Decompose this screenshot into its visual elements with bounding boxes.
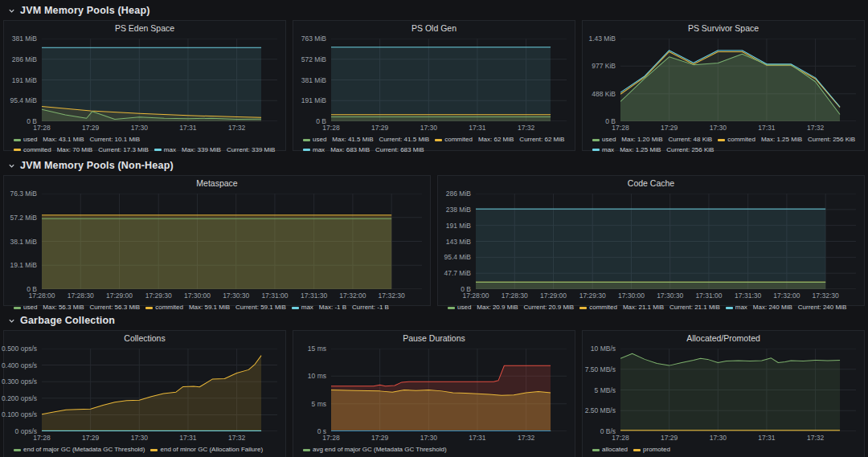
legend-item[interactable]: commitedMax: 62 MiBCurrent: 62 MiB (435, 135, 564, 145)
panel-title[interactable]: PS Eden Space (4, 21, 285, 36)
legend-item[interactable]: usedMax: 20.9 MiBCurrent: 20.9 MiB (448, 303, 574, 313)
legend-swatch-icon (303, 149, 310, 151)
plot-area[interactable]: 17:2817:2917:3017:3117:32 (331, 349, 567, 431)
panel-title[interactable]: PS Survivor Space (583, 21, 864, 36)
legend-item[interactable]: avg end of major GC (Metadata GC Thresho… (303, 445, 447, 455)
panel-title[interactable]: Collections (4, 331, 285, 346)
section-header-jvm-memory-pools-heap[interactable]: JVM Memory Pools (Heap) (3, 0, 865, 20)
plot-area[interactable]: 17:2817:2917:3017:3117:32 (42, 349, 277, 431)
legend-stat: Max: 43.1 MiB (43, 135, 84, 145)
legend-item[interactable]: commitedMax: 1.25 MiBCurrent: 256 KiB (718, 135, 855, 145)
legend-item[interactable]: commitedMax: 21.1 MiBCurrent: 21.1 MiB (579, 303, 720, 313)
legend-stat: Max: 62 MiB (478, 135, 514, 145)
x-axis-label: 17:32:30 (813, 292, 839, 300)
chart-canvas[interactable] (42, 194, 422, 289)
panel-title[interactable]: Code Cache (438, 176, 864, 191)
legend: usedMax: 20.9 MiBCurrent: 20.9 MiBcommit… (438, 302, 864, 316)
legend-swatch-icon (592, 149, 600, 151)
x-axis-label: 17:30 (710, 434, 727, 442)
y-axis-label: 19.1 MiB (10, 261, 37, 269)
x-axis-label: 17:32 (228, 434, 245, 442)
x-axis-label: 17:30:00 (618, 292, 645, 300)
legend-item[interactable]: usedMax: 43.1 MiBCurrent: 10.1 MiB (14, 135, 140, 145)
chart-canvas[interactable] (620, 39, 856, 121)
plot-area[interactable]: 17:2817:2917:3017:3117:32 (620, 349, 856, 431)
legend-item[interactable]: allocated (592, 445, 628, 455)
legend-stat: Max: 1.25 MiB (761, 135, 802, 145)
y-axis: 0 ops/s0.100 ops/s0.200 ops/s0.300 ops/s… (4, 349, 42, 431)
legend-swatch-icon (154, 149, 162, 151)
panel-title[interactable]: PS Old Gen (293, 21, 575, 36)
legend-swatch-icon (150, 449, 158, 451)
legend-item[interactable]: maxMax: -1 BCurrent: -1 B (292, 303, 389, 313)
legend-stat: Current: 41.5 MiB (379, 135, 430, 145)
y-axis-label: 95.4 MiB (10, 96, 37, 104)
legend-item[interactable]: maxMax: 683 MiBCurrent: 683 MiB (303, 145, 424, 156)
y-axis-label: 57.2 MiB (10, 214, 37, 222)
y-axis-label: 5 MB/s (595, 386, 616, 394)
legend-stat: Max: 683 MiB (330, 145, 370, 156)
legend-item[interactable]: end of minor GC (Allocation Failure) (150, 445, 263, 455)
y-axis-label: 763 MiB (301, 35, 326, 43)
panel-title[interactable]: Pause Durations (293, 331, 575, 346)
legend-stat: Current: 17.3 MiB (98, 145, 149, 156)
plot-area[interactable]: 17:2817:2917:3017:3117:32 (42, 39, 277, 121)
legend-item[interactable]: usedMax: 1.20 MiBCurrent: 48 KiB (592, 135, 712, 145)
legend-stat: Max: 240 MiB (753, 303, 792, 313)
x-axis-label: 17:30 (710, 124, 727, 132)
y-axis-label: 38.1 MiB (10, 238, 37, 246)
panel-title[interactable]: Metaspace (4, 176, 430, 191)
chart-area: 0 s5 ms10 ms15 ms17:2817:2917:3017:3117:… (293, 346, 575, 431)
x-axis-label: 17:29 (82, 124, 99, 132)
legend-swatch-icon (592, 139, 600, 141)
legend-label: used (457, 303, 471, 313)
legend-label: allocated (602, 445, 628, 455)
y-axis-label: 10 MB/s (591, 345, 616, 353)
legend-item[interactable]: maxMax: 1.25 MiBCurrent: 256 KiB (592, 145, 714, 156)
legend-item[interactable]: promoted (633, 445, 670, 455)
x-axis-label: 17:28 (322, 124, 339, 132)
y-axis: 0 B95.4 MiB191 MiB286 MiB381 MiB (4, 39, 42, 121)
legend-item[interactable]: commitedMax: 70 MiBCurrent: 17.3 MiB (14, 145, 149, 156)
chart-canvas[interactable] (42, 39, 277, 121)
panel-title[interactable]: Allocated/Promoted (583, 331, 864, 346)
chart-canvas[interactable] (476, 194, 856, 289)
x-axis-label: 17:31:30 (301, 292, 327, 300)
legend-item[interactable]: usedMax: 56.3 MiBCurrent: 56.3 MiB (14, 303, 140, 313)
chevron-down-icon (8, 317, 15, 324)
chart-canvas[interactable] (620, 349, 856, 431)
x-axis-label: 17:28 (612, 124, 628, 132)
legend-label: avg end of major GC (Metadata GC Thresho… (313, 445, 447, 455)
chart-canvas[interactable] (42, 349, 277, 431)
legend-label: commited (23, 145, 51, 156)
legend-item[interactable]: usedMax: 41.5 MiBCurrent: 41.5 MiB (303, 135, 429, 145)
section-header-jvm-memory-pools-non-heap[interactable]: JVM Memory Pools (Non-Heap) (3, 155, 865, 175)
y-axis-label: 47.7 MiB (444, 269, 471, 277)
legend-swatch-icon (726, 307, 733, 309)
legend-item[interactable]: end of major GC (Metadata GC Threshold) (14, 445, 145, 455)
plot-area[interactable]: 17:28:0017:28:3017:29:0017:29:3017:30:00… (476, 194, 856, 289)
legend-item[interactable]: commitedMax: 59.1 MiBCurrent: 59.1 MiB (145, 303, 286, 313)
legend-item[interactable]: maxMax: 240 MiBCurrent: 240 MiB (726, 303, 847, 313)
x-axis-label: 17:29 (371, 124, 388, 132)
legend-swatch-icon (14, 307, 21, 309)
plot-area[interactable]: 17:2817:2917:3017:3117:32 (331, 39, 567, 121)
x-axis-label: 17:32 (518, 124, 534, 132)
x-axis-label: 17:28 (33, 124, 50, 132)
y-axis-label: 488 KiB (592, 90, 616, 98)
legend-label: used (602, 135, 616, 145)
chart-canvas[interactable] (331, 349, 567, 431)
x-axis-label: 17:28 (322, 434, 339, 442)
x-axis-label: 17:29:00 (106, 292, 133, 300)
plot-area[interactable]: 17:28:0017:28:3017:29:0017:29:3017:30:00… (42, 194, 422, 289)
x-axis-label: 17:30 (131, 124, 148, 132)
x-axis-label: 17:31:00 (695, 292, 722, 300)
legend-swatch-icon (579, 307, 587, 309)
legend-item[interactable]: maxMax: 339 MiBCurrent: 339 MiB (154, 145, 276, 156)
legend-label: commited (155, 303, 183, 313)
plot-area[interactable]: 17:2817:2917:3017:3117:32 (620, 39, 856, 121)
legend-swatch-icon (633, 449, 641, 451)
x-axis-label: 17:31 (469, 124, 485, 132)
chart-canvas[interactable] (331, 39, 567, 121)
legend: allocatedpromoted (583, 444, 864, 457)
